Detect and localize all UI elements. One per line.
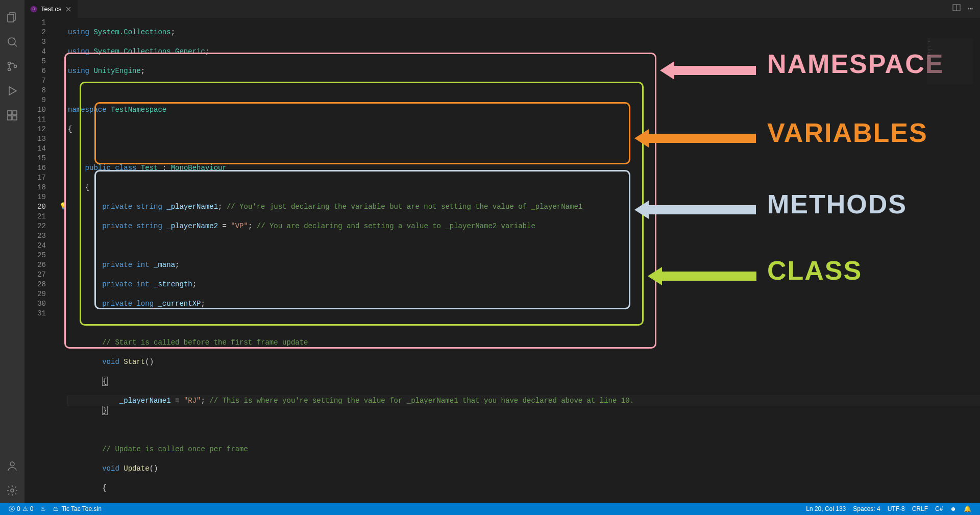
- editor[interactable]: 1234567891011121314151617181920212223242…: [24, 18, 980, 503]
- svg-point-12: [10, 462, 14, 466]
- run-debug-icon[interactable]: [0, 79, 24, 103]
- svg-point-5: [8, 68, 11, 71]
- source-control-icon[interactable]: [0, 54, 24, 79]
- close-icon[interactable]: [64, 5, 72, 13]
- settings-gear-icon[interactable]: [0, 478, 24, 503]
- svg-point-6: [14, 65, 17, 68]
- svg-line-3: [14, 44, 17, 46]
- svg-rect-11: [13, 111, 17, 115]
- files-icon[interactable]: [0, 5, 24, 30]
- status-encoding[interactable]: UTF-8: [884, 505, 909, 512]
- svg-rect-8: [8, 111, 12, 115]
- variables-arrow: [634, 129, 756, 148]
- status-solution[interactable]: 🗀Tic Tac Toe.sln: [50, 505, 105, 512]
- class-label: CLASS: [767, 255, 862, 286]
- tab-test-cs[interactable]: C Test.cs: [24, 0, 78, 18]
- svg-rect-1: [8, 14, 14, 22]
- class-arrow: [648, 267, 756, 285]
- status-position[interactable]: Ln 20, Col 133: [802, 505, 849, 512]
- more-icon[interactable]: ⋯: [968, 4, 973, 14]
- activity-bar: [0, 0, 24, 503]
- status-errors[interactable]: ⓧ0 ⚠0: [5, 505, 37, 513]
- svg-point-2: [8, 38, 15, 45]
- error-icon: ⓧ: [9, 505, 15, 513]
- account-icon[interactable]: [0, 454, 24, 478]
- feedback-icon[interactable]: ☻: [946, 505, 960, 512]
- warning-icon: ⚠: [22, 505, 28, 512]
- svg-point-13: [11, 489, 14, 492]
- svg-point-4: [8, 62, 11, 65]
- tab-bar: C Test.cs ⋯: [24, 0, 980, 18]
- csharp-file-icon: C: [30, 5, 38, 13]
- lightbulb-icon[interactable]: 💡: [59, 202, 67, 210]
- flame-icon: ♨: [40, 505, 46, 512]
- line-gutter: 1234567891011121314151617181920212223242…: [24, 18, 55, 318]
- search-icon[interactable]: [0, 30, 24, 54]
- extensions-icon[interactable]: [0, 103, 24, 128]
- svg-rect-9: [8, 116, 12, 120]
- split-editor-icon[interactable]: [952, 4, 961, 14]
- status-flame[interactable]: ♨: [37, 505, 50, 512]
- minimap[interactable]: ▬▬▬▬▬▬▬▬▬▬▬▬▬▬▬▬▬▬▬▬▬▬▬▬▬▬▬▬▬▬▬▬▬▬▬▬▬▬: [927, 38, 973, 84]
- methods-arrow: [634, 201, 756, 219]
- methods-label: METHODS: [767, 189, 907, 219]
- svg-rect-10: [13, 116, 17, 120]
- svg-text:C: C: [33, 7, 35, 11]
- variables-label: VARIABLES: [767, 117, 928, 148]
- status-bar: ⓧ0 ⚠0 ♨ 🗀Tic Tac Toe.sln Ln 20, Col 133 …: [0, 503, 980, 515]
- status-lang[interactable]: C#: [932, 505, 946, 512]
- namespace-arrow: [660, 61, 756, 80]
- tab-actions: ⋯: [952, 4, 980, 14]
- namespace-label: NAMESPACE: [767, 48, 944, 79]
- tab-label: Test.cs: [41, 5, 61, 13]
- status-spaces[interactable]: Spaces: 4: [849, 505, 884, 512]
- svg-marker-7: [9, 87, 16, 95]
- bell-icon[interactable]: 🔔: [960, 505, 975, 512]
- status-eol[interactable]: CRLF: [909, 505, 932, 512]
- folder-icon: 🗀: [53, 505, 59, 512]
